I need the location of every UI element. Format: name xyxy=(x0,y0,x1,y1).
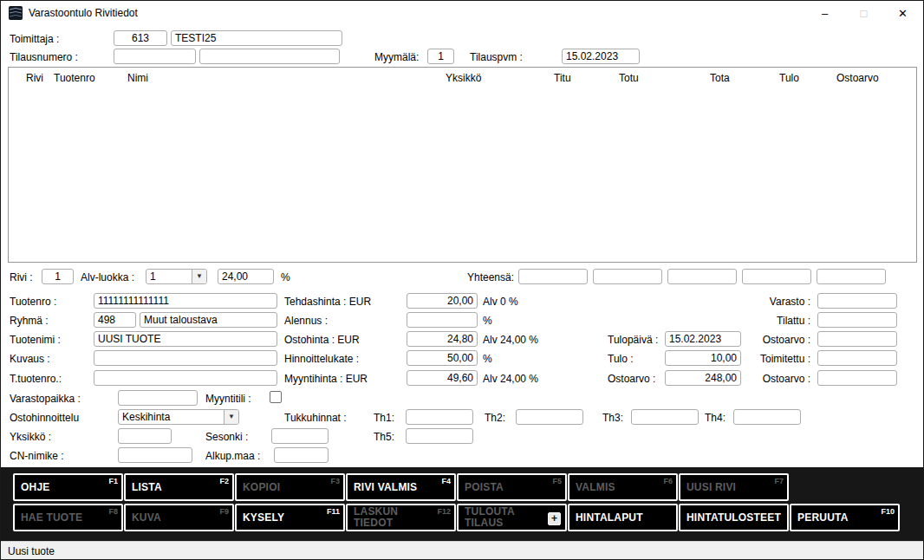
ryhma-name-field[interactable]: Muut taloustava xyxy=(140,312,277,328)
fkey-label: F4 xyxy=(441,477,451,485)
plus-icon[interactable]: + xyxy=(548,512,561,525)
button-label: KOPIOI xyxy=(237,482,280,493)
grid-col-yksikko: Yksikkö xyxy=(446,72,481,84)
button-label: HINTATULOSTEET xyxy=(680,512,781,524)
toimitettu-label: Toimitettu : xyxy=(738,353,810,365)
yhteensa-field-4[interactable] xyxy=(742,269,811,284)
ohje-button[interactable]: OHJE F1 xyxy=(13,473,123,501)
alennus-percent-sign: % xyxy=(483,315,492,327)
toimittaja-name-field[interactable]: TESTI25 xyxy=(171,30,342,46)
lista-button[interactable]: LISTA F2 xyxy=(124,473,234,501)
hintalaput-button[interactable]: HINTALAPUT xyxy=(568,504,678,531)
button-label: HINTALAPUT xyxy=(569,512,643,524)
minimize-button[interactable]: – xyxy=(805,1,844,25)
fkey-label: F7 xyxy=(774,477,784,485)
fkey-label: F6 xyxy=(663,477,673,485)
uusi-rivi-button[interactable]: UUSI RIVI F7 xyxy=(679,473,789,501)
myymala-field[interactable]: 1 xyxy=(427,49,454,64)
ryhma-label: Ryhmä : xyxy=(10,315,49,327)
fkey-label: F5 xyxy=(552,477,562,485)
th3-field[interactable] xyxy=(631,409,699,425)
cn-nimike-field[interactable] xyxy=(118,447,192,463)
grid-col-tota: Tota xyxy=(710,72,730,84)
kuva-button[interactable]: KUVA F9 xyxy=(124,504,234,531)
button-label: UUSI RIVI xyxy=(680,482,736,493)
th4-label: Th4: xyxy=(705,412,726,424)
alennus-field[interactable] xyxy=(407,312,478,328)
chevron-down-icon[interactable]: ▼ xyxy=(224,410,238,424)
tilausnumero-field-1[interactable] xyxy=(114,49,196,64)
fkey-label: F2 xyxy=(219,477,229,485)
yhteensa-field-3[interactable] xyxy=(667,269,737,284)
chevron-down-icon[interactable]: ▼ xyxy=(192,270,206,283)
ostoarvo-right2-field[interactable] xyxy=(817,370,897,386)
hinnoittelukate-percent-sign: % xyxy=(483,353,492,365)
th1-field[interactable] xyxy=(406,409,473,425)
myyntihinta-label: Myyntihinta : EUR xyxy=(284,373,368,385)
ostohinnoittelu-label: Ostohinnoittelu xyxy=(10,412,79,424)
kopioi-button[interactable]: KOPIOI F3 xyxy=(235,473,345,501)
kysely-button[interactable]: KYSELY F11 xyxy=(235,504,345,531)
tehdashinta-label: Tehdashinta : EUR xyxy=(284,296,371,308)
myyntitili-checkbox[interactable] xyxy=(270,391,282,403)
ostohinta-field[interactable]: 24,80 xyxy=(407,331,478,347)
sesonki-field[interactable] xyxy=(271,428,329,444)
varastopaikka-label: Varastopaikka : xyxy=(10,393,81,405)
yksikko-field[interactable] xyxy=(118,428,172,444)
varasto-field[interactable] xyxy=(817,293,897,309)
toimittaja-code-field[interactable]: 613 xyxy=(114,30,167,46)
yhteensa-field-2[interactable] xyxy=(593,269,662,284)
poista-button[interactable]: POISTA F5 xyxy=(457,473,567,501)
toimitettu-field[interactable] xyxy=(817,350,897,366)
hintatulosteet-button[interactable]: HINTATULOSTEET xyxy=(679,504,789,531)
ostohinnoittelu-select[interactable]: Keskihinta ▼ xyxy=(118,409,239,425)
hinnoittelukate-label: Hinnoittelukate : xyxy=(284,353,359,365)
ryhma-code-field[interactable]: 498 xyxy=(94,312,136,328)
varastopaikka-field[interactable] xyxy=(118,390,198,406)
button-label: LASKUN TIEDOT xyxy=(348,506,415,529)
alv-luokka-label: Alv-luokka : xyxy=(81,271,134,283)
kuvaus-label: Kuvaus : xyxy=(10,353,50,365)
laskun-tiedot-button[interactable]: LASKUN TIEDOT F12 xyxy=(346,504,456,531)
alv-luokka-select[interactable]: 1 ▼ xyxy=(146,269,207,284)
ostohinnoittelu-value: Keskihinta xyxy=(122,411,170,423)
close-button[interactable]: ✕ xyxy=(883,1,922,25)
myyntihinta-field[interactable]: 49,60 xyxy=(407,370,478,386)
yhteensa-field-5[interactable] xyxy=(817,269,886,284)
peruuta-button[interactable]: PERUUTA F10 xyxy=(790,504,900,531)
tuotenimi-field[interactable]: UUSI TUOTE xyxy=(94,331,277,347)
alv-luokka-value: 1 xyxy=(150,270,156,283)
alkup-maa-field[interactable] xyxy=(274,447,329,463)
fkey-label: F10 xyxy=(881,507,895,516)
rivi-valmis-button[interactable]: RIVI VALMIS F4 xyxy=(346,473,456,501)
rivi-field[interactable]: 1 xyxy=(42,269,74,284)
tulouta-tilaus-button[interactable]: TULOUTA TILAUS + xyxy=(457,504,567,531)
tehdashinta-field[interactable]: 20,00 xyxy=(407,293,478,309)
t-tuotenro-field[interactable] xyxy=(94,370,277,386)
ostoarvo-mid-field[interactable]: 248,00 xyxy=(665,370,741,386)
tulopaiva-field[interactable]: 15.02.2023 xyxy=(665,331,741,347)
tilauspvm-label: Tilauspvm : xyxy=(470,51,523,63)
fkey-label: F12 xyxy=(437,507,451,516)
yksikko-label: Yksikkö : xyxy=(10,431,51,443)
th2-field[interactable] xyxy=(516,409,583,425)
tilausnumero-field-2[interactable] xyxy=(199,49,340,64)
fkey-label: F11 xyxy=(327,507,340,516)
tilattu-field[interactable] xyxy=(817,312,897,328)
toimittaja-label: Toimittaja : xyxy=(10,33,59,45)
yhteensa-field-1[interactable] xyxy=(518,269,588,284)
kuvaus-field[interactable] xyxy=(94,350,277,366)
hinnoittelukate-field[interactable]: 50,00 xyxy=(407,350,478,366)
alv-percent-field[interactable]: 24,00 xyxy=(218,269,274,284)
maximize-button[interactable]: □ xyxy=(844,1,883,25)
grid-col-nimi: Nimi xyxy=(127,72,148,84)
tulo-field[interactable]: 10,00 xyxy=(665,350,741,366)
hae-tuote-button[interactable]: HAE TUOTE F8 xyxy=(13,504,123,531)
th5-field[interactable] xyxy=(406,428,473,444)
ostoarvo-right1-field[interactable] xyxy=(817,331,897,347)
tilattu-label: Tilattu : xyxy=(738,315,810,327)
tilauspvm-field[interactable]: 15.02.2023 xyxy=(562,49,640,64)
tuotenro-field[interactable]: 11111111111111 xyxy=(94,293,277,309)
th4-field[interactable] xyxy=(733,409,801,425)
valmis-button[interactable]: VALMIS F6 xyxy=(568,473,678,501)
